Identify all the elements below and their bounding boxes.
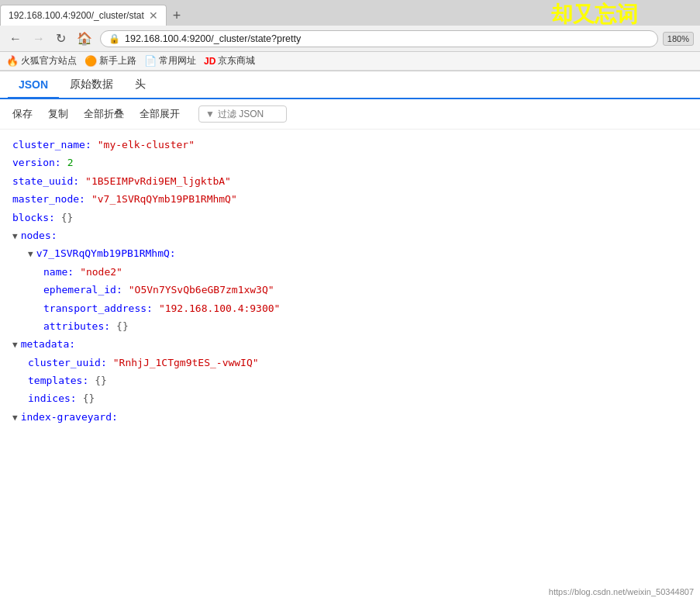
bookmark-common[interactable]: 📄 常用网址 [144, 54, 196, 67]
address-bar[interactable]: 🔒 192.168.100.4:9200/_cluster/state?pret… [100, 30, 658, 47]
json-content: cluster_name: "my-elk-cluster" version: … [0, 130, 700, 572]
home-button[interactable]: 🏠 [74, 29, 95, 47]
templates-key: templates: [28, 372, 88, 389]
tab-json[interactable]: JSON [8, 72, 59, 99]
lock-icon: 🔒 [109, 33, 120, 44]
json-row-node-id: ▼ v7_1SVRqQYmb19PB1RMhmQ: [28, 244, 688, 262]
bookmark-jd-label: 京东商城 [218, 54, 255, 67]
metadata-key: metadata: [21, 335, 75, 353]
cluster-name-value: "my-elk-cluster" [98, 136, 195, 154]
blocks-value: {} [61, 209, 74, 226]
master-node-key: master_node: [12, 190, 85, 208]
json-row-indices: indices: {} [28, 389, 688, 407]
bookmark-huhu-label: 火狐官方站点 [21, 54, 77, 67]
json-row-master-node: master_node: "v7_1SVRqQYmb19PB1RMhmQ" [12, 190, 688, 208]
index-graveyard-key: index-graveyard: [21, 408, 118, 426]
tab-close-button[interactable]: ✕ [149, 9, 158, 22]
bookmark-jd[interactable]: JD 京东商城 [204, 54, 255, 67]
blocks-key: blocks: [12, 209, 55, 226]
index-graveyard-collapse-arrow[interactable]: ▼ [12, 410, 18, 426]
bookmarks-bar: 🔥 火狐官方站点 🟠 新手上路 📄 常用网址 JD 京东商城 [0, 52, 700, 71]
status-bar: https://blog.csdn.net/weixin_50344807 [543, 586, 700, 598]
json-row-ephemeral-id: ephemeral_id: "O5Vn7YSvQb6eGB7zm1xw3Q" [43, 281, 688, 299]
huhu-icon: 🔥 [6, 55, 19, 67]
address-bar-row: ← → ↻ 🏠 🔒 192.168.100.4:9200/_cluster/st… [0, 26, 700, 52]
metadata-collapse-arrow[interactable]: ▼ [12, 337, 18, 353]
state-uuid-key: state_uuid: [12, 172, 79, 190]
json-row-version: version: 2 [12, 154, 688, 171]
expand-all-button[interactable]: 全部展开 [136, 105, 183, 123]
json-row-attributes: attributes: {} [43, 317, 688, 335]
name-key: name: [43, 263, 74, 281]
browser-tab-active[interactable]: 192.168.100.4:9200/_cluster/stat ✕ [0, 5, 167, 26]
ephemeral-id-key: ephemeral_id: [43, 281, 122, 299]
status-url: https://blog.csdn.net/weixin_50344807 [549, 587, 694, 596]
json-row-transport-address: transport_address: "192.168.100.4:9300" [43, 299, 688, 317]
state-uuid-value: "1B5EIMPvRdi9EM_ljgktbA" [85, 172, 231, 190]
filter-box[interactable]: ▼ [198, 105, 287, 123]
templates-value: {} [95, 372, 107, 389]
back-button[interactable]: ← [6, 30, 25, 47]
json-row-cluster-name: cluster_name: "my-elk-cluster" [12, 136, 688, 154]
attributes-value: {} [116, 317, 129, 335]
reload-button[interactable]: ↻ [53, 29, 69, 47]
collapse-all-button[interactable]: 全部折叠 [81, 105, 127, 123]
tab-raw[interactable]: 原始数据 [59, 71, 124, 99]
transport-address-key: transport_address: [43, 299, 153, 317]
ephemeral-id-value: "O5Vn7YSvQb6eGB7zm1xw3Q" [129, 281, 274, 299]
tab-title: 192.168.100.4:9200/_cluster/stat [9, 10, 144, 21]
json-viewer-tabs: JSON 原始数据 头 [0, 71, 700, 99]
cluster-name-key: cluster_name: [12, 136, 91, 154]
bookmark-newbie[interactable]: 🟠 新手上路 [84, 54, 136, 67]
cluster-uuid-key: cluster_uuid: [28, 354, 107, 372]
zoom-badge: 180% [663, 32, 694, 46]
save-button[interactable]: 保存 [9, 105, 36, 123]
nodes-key: nodes: [21, 226, 57, 244]
json-row-state-uuid: state_uuid: "1B5EIMPvRdi9EM_ljgktbA" [12, 172, 688, 190]
bookmark-huhu[interactable]: 🔥 火狐官方站点 [6, 54, 77, 67]
forward-button[interactable]: → [29, 30, 48, 47]
node-id-collapse-arrow[interactable]: ▼ [28, 247, 33, 262]
json-row-cluster-uuid: cluster_uuid: "RnhjJ_1CTgm9tES_-vwwIQ" [28, 354, 688, 372]
address-text: 192.168.100.4:9200/_cluster/state?pretty [125, 33, 650, 44]
newbie-icon: 🟠 [84, 55, 97, 67]
new-tab-button[interactable]: + [167, 8, 188, 24]
transport-address-value: "192.168.100.4:9300" [159, 299, 281, 317]
master-node-value: "v7_1SVRqQYmb19PB1RMhmQ" [91, 190, 237, 208]
json-row-nodes: ▼ nodes: [12, 226, 688, 244]
json-row-index-graveyard: ▼ index-graveyard: [12, 408, 688, 426]
filter-input[interactable] [218, 109, 280, 119]
bookmark-common-label: 常用网址 [159, 54, 196, 67]
version-value: 2 [67, 154, 74, 171]
indices-key: indices: [28, 389, 77, 407]
tab-head[interactable]: 头 [124, 71, 157, 99]
version-key: version: [12, 154, 61, 171]
node-id-key: v7_1SVRqQYmb19PB1RMhmQ: [36, 244, 176, 262]
json-row-templates: templates: {} [28, 372, 688, 389]
attributes-key: attributes: [43, 317, 110, 335]
nodes-collapse-arrow[interactable]: ▼ [12, 229, 18, 244]
copy-button[interactable]: 复制 [45, 105, 71, 123]
json-toolbar: 保存 复制 全部折叠 全部展开 ▼ [0, 99, 700, 130]
tab-bar: 192.168.100.4:9200/_cluster/stat ✕ + [0, 0, 700, 26]
jd-icon: JD [204, 56, 216, 67]
name-value: "node2" [80, 263, 122, 281]
json-row-name: name: "node2" [43, 263, 688, 281]
cluster-uuid-value: "RnhjJ_1CTgm9tES_-vwwIQ" [113, 354, 259, 372]
json-row-metadata: ▼ metadata: [12, 335, 688, 353]
bookmark-newbie-label: 新手上路 [99, 54, 136, 67]
filter-icon: ▼ [205, 109, 215, 119]
indices-value: {} [83, 389, 95, 407]
common-icon: 📄 [144, 55, 157, 67]
json-row-blocks: blocks: {} [12, 209, 688, 226]
